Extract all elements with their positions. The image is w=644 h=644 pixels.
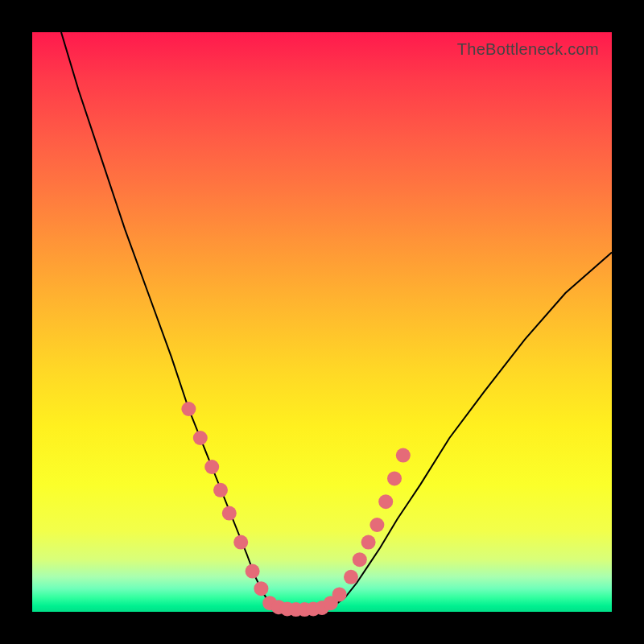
data-marker [213, 483, 228, 497]
data-marker [396, 448, 411, 463]
data-marker [353, 552, 367, 567]
plot-area: TheBottleneck.com [32, 32, 612, 612]
data-marker [332, 587, 347, 601]
data-marker [193, 431, 208, 445]
data-marker [254, 581, 268, 596]
data-marker [181, 402, 196, 416]
chart-markers [181, 402, 410, 617]
data-marker [222, 506, 237, 521]
data-marker [344, 570, 358, 584]
chart-lines [61, 32, 612, 610]
data-marker [361, 535, 376, 550]
bottleneck-curve [61, 32, 612, 610]
data-marker [369, 518, 384, 532]
chart-root: TheBottleneck.com [0, 0, 644, 644]
data-marker [378, 494, 393, 509]
chart-svg [32, 32, 612, 612]
data-marker [204, 460, 219, 474]
data-marker [246, 564, 260, 579]
data-marker [387, 471, 402, 485]
data-marker [233, 535, 248, 550]
